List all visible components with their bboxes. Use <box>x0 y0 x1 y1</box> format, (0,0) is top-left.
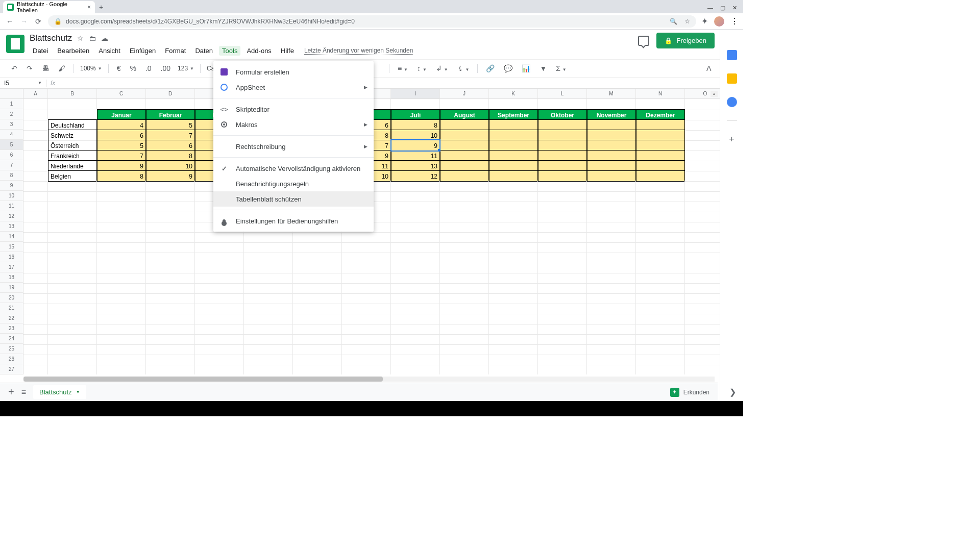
cell[interactable] <box>244 334 293 345</box>
cell[interactable] <box>48 303 97 314</box>
minimize-icon[interactable]: — <box>707 5 713 11</box>
cell[interactable] <box>195 262 244 273</box>
cell[interactable] <box>293 344 342 355</box>
row-header[interactable]: 9 <box>0 181 23 191</box>
link-icon[interactable]: 🔗 <box>484 63 497 73</box>
cell[interactable] <box>391 181 440 192</box>
cell[interactable] <box>244 242 293 253</box>
cell[interactable]: 8 <box>97 170 146 182</box>
cell[interactable] <box>391 283 440 294</box>
cell[interactable]: 9 <box>97 160 146 171</box>
cell[interactable] <box>293 323 342 335</box>
url-field[interactable]: 🔒 docs.google.com/spreadsheets/d/1z4GXBe… <box>48 15 696 28</box>
row-header[interactable]: 20 <box>0 293 23 303</box>
cell[interactable] <box>440 181 489 192</box>
cell[interactable] <box>538 242 587 253</box>
cell[interactable] <box>97 334 146 345</box>
cell[interactable] <box>146 272 195 284</box>
cell[interactable] <box>636 170 685 182</box>
column-header[interactable]: N <box>636 89 685 98</box>
collapse-toolbar-icon[interactable]: ᐱ <box>704 63 714 73</box>
cell[interactable] <box>23 160 48 171</box>
row-header[interactable]: 5 <box>0 140 23 150</box>
cell[interactable] <box>440 201 489 212</box>
cell[interactable] <box>97 354 146 365</box>
cell[interactable]: 7 <box>146 130 195 141</box>
cell[interactable] <box>538 221 587 233</box>
menu-item[interactable]: Formular erstellen <box>213 64 374 80</box>
cell[interactable] <box>538 170 587 182</box>
cell[interactable] <box>636 323 685 335</box>
cell[interactable] <box>342 242 391 253</box>
cell[interactable] <box>97 242 146 253</box>
row-header[interactable]: 25 <box>0 344 23 354</box>
cell[interactable] <box>636 201 685 212</box>
cell[interactable] <box>195 272 244 284</box>
cell[interactable] <box>538 191 587 202</box>
cell[interactable] <box>23 140 48 151</box>
cell[interactable] <box>23 99 48 110</box>
cell[interactable] <box>23 201 48 212</box>
cell[interactable] <box>23 313 48 324</box>
cell[interactable] <box>538 293 587 304</box>
cell[interactable] <box>489 181 538 192</box>
cell[interactable] <box>587 211 636 222</box>
cell[interactable] <box>391 99 440 110</box>
column-header[interactable]: D <box>146 89 195 98</box>
column-header[interactable]: K <box>489 89 538 98</box>
cell[interactable] <box>538 119 587 131</box>
cell[interactable] <box>440 313 489 324</box>
cell[interactable] <box>244 262 293 273</box>
cell[interactable] <box>489 303 538 314</box>
cell[interactable] <box>97 303 146 314</box>
comment-add-icon[interactable]: 💬 <box>502 63 514 73</box>
cell[interactable] <box>440 293 489 304</box>
cell[interactable] <box>48 99 97 110</box>
cell[interactable] <box>440 140 489 151</box>
cell[interactable]: Schweiz <box>48 130 97 141</box>
cell[interactable] <box>489 283 538 294</box>
cell[interactable] <box>23 242 48 253</box>
cell[interactable] <box>293 313 342 324</box>
cell[interactable] <box>146 293 195 304</box>
cell[interactable] <box>636 150 685 161</box>
calendar-icon[interactable] <box>727 50 737 60</box>
cell[interactable] <box>293 262 342 273</box>
cell[interactable] <box>195 344 244 355</box>
cell[interactable]: Oktober <box>538 109 587 120</box>
cell[interactable] <box>636 181 685 192</box>
cell[interactable] <box>23 354 48 365</box>
cell[interactable] <box>244 232 293 243</box>
cell[interactable] <box>48 283 97 294</box>
cell[interactable] <box>538 160 587 171</box>
cell[interactable] <box>587 150 636 161</box>
column-header[interactable]: A <box>23 89 48 98</box>
cell[interactable] <box>23 364 48 374</box>
cell[interactable] <box>146 323 195 335</box>
cell[interactable] <box>489 130 538 141</box>
cell[interactable] <box>293 272 342 284</box>
cell[interactable] <box>587 252 636 263</box>
cell[interactable] <box>587 160 636 171</box>
menu-item[interactable]: Benachrichtigungsregeln <box>213 176 374 191</box>
cell[interactable] <box>440 221 489 233</box>
cell[interactable] <box>391 221 440 233</box>
cell[interactable] <box>391 232 440 243</box>
cell[interactable] <box>146 191 195 202</box>
row-header[interactable]: 11 <box>0 201 23 211</box>
menu-bearbeiten[interactable]: Bearbeiten <box>54 46 92 56</box>
cell[interactable] <box>342 232 391 243</box>
browser-tab[interactable]: Blattschutz - Google Tabellen × <box>3 1 95 13</box>
cell[interactable]: 8 <box>391 119 440 131</box>
cell[interactable]: Frankreich <box>48 150 97 161</box>
cell[interactable] <box>391 252 440 263</box>
all-sheets-button[interactable]: ≡ <box>21 388 26 397</box>
cell[interactable] <box>538 364 587 374</box>
row-header[interactable]: 23 <box>0 323 23 334</box>
keep-icon[interactable] <box>727 73 737 84</box>
cell[interactable] <box>342 293 391 304</box>
menu-item[interactable]: Einstellungen für Bedienungshilfen <box>213 213 374 229</box>
cell[interactable] <box>293 283 342 294</box>
cell[interactable] <box>146 364 195 374</box>
cell[interactable] <box>538 130 587 141</box>
